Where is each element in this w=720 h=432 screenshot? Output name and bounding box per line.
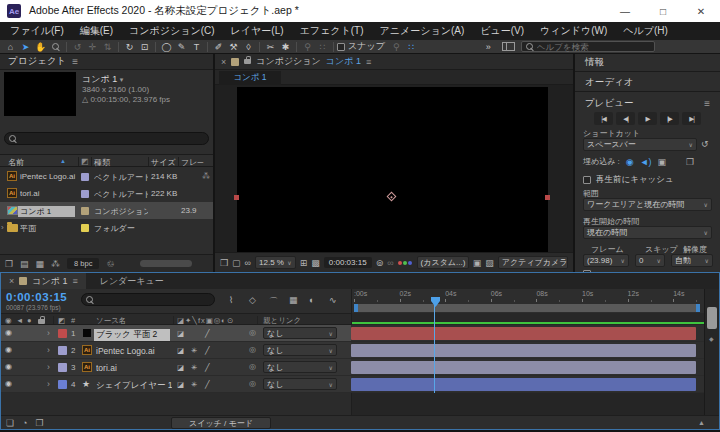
new-folder-icon[interactable]: ▤ xyxy=(20,259,29,269)
cache-before-playback-checkbox[interactable] xyxy=(583,176,591,184)
transparency-grid-icon[interactable]: ▨ xyxy=(485,258,494,268)
timeline-vertical-scrollbar[interactable]: ◆ xyxy=(704,289,719,415)
workspace-switcher-icon[interactable] xyxy=(502,42,515,51)
parent-link-dropdown[interactable]: なし ∨ xyxy=(263,361,337,373)
help-search[interactable] xyxy=(521,41,655,52)
layer-visibility-toggle[interactable]: ◉ xyxy=(5,328,12,337)
close-tab-icon[interactable]: × xyxy=(9,276,14,286)
project-search-input[interactable] xyxy=(20,134,204,144)
layer-source-name[interactable]: ブラック 平面 2 xyxy=(94,329,170,341)
project-item-row[interactable]: コンポ 1 コンポジション 23.9 xyxy=(0,202,213,219)
layer-label-chip[interactable] xyxy=(58,329,67,338)
timeline-zoom-slider-icon[interactable]: ▲ xyxy=(698,419,705,426)
audio-panel-header[interactable]: オーディオ xyxy=(575,74,720,92)
interpret-footage-icon[interactable]: ❐ xyxy=(5,259,13,269)
play-button[interactable]: ▶ xyxy=(638,112,657,125)
parent-pickwhip-icon[interactable]: ◎ xyxy=(249,345,256,354)
layer-visibility-toggle[interactable]: ◉ xyxy=(5,379,12,388)
menu-item[interactable]: レイヤー(L) xyxy=(223,24,292,38)
solo-column-icon[interactable]: ● xyxy=(27,316,32,325)
layer-quality-switch[interactable]: ◪ xyxy=(177,329,184,338)
layer-expander-icon[interactable]: › xyxy=(47,345,50,355)
layer-expander-icon[interactable]: › xyxy=(47,362,50,372)
mask-visibility-icon[interactable]: ▩ xyxy=(311,258,320,268)
current-timecode[interactable]: 0:00:03:15 xyxy=(6,291,67,303)
layer-visibility-toggle[interactable]: ◉ xyxy=(5,345,12,354)
include-video-icon[interactable]: ◉ xyxy=(626,157,634,167)
next-frame-button[interactable]: |▶ xyxy=(660,112,679,125)
caret-down-icon[interactable]: ▾ xyxy=(120,76,124,83)
lock-icon[interactable] xyxy=(244,59,251,64)
item-name[interactable]: tori.ai xyxy=(20,189,77,198)
label-color-chip[interactable] xyxy=(81,190,89,198)
video-column-icon[interactable]: ◉ xyxy=(5,316,12,325)
orbit-camera-tool-icon[interactable]: ↺ xyxy=(70,40,85,53)
active-comp-name[interactable]: コンポ 1 xyxy=(326,55,361,68)
more-tools-chevron-icon[interactable]: » xyxy=(481,40,496,53)
composition-panel-header[interactable]: × コンポジション コンポ 1 ≡ xyxy=(215,54,573,70)
layer-duration-bar[interactable] xyxy=(351,378,696,391)
project-item-row[interactable]: › 平面 フォルダー xyxy=(0,219,213,236)
close-button[interactable]: ✕ xyxy=(682,0,720,22)
preview-panel-header[interactable]: プレビュー ≡ xyxy=(575,94,720,112)
layer-fx-switch[interactable]: ╱ xyxy=(205,346,210,355)
previous-frame-button[interactable]: ◀| xyxy=(616,112,635,125)
pan-camera-tool-icon[interactable]: ✛ xyxy=(85,40,100,53)
panel-menu-icon[interactable]: ≡ xyxy=(366,57,371,67)
range-dropdown[interactable]: ワークエリアと現在の時間∨ xyxy=(583,198,712,211)
column-name[interactable]: 名前 xyxy=(8,157,24,168)
menu-item[interactable]: コンポジション(C) xyxy=(121,24,223,38)
layer-quality-switch[interactable]: ◪ xyxy=(177,363,184,372)
shortcut-dropdown[interactable]: スペースバー∨ xyxy=(583,138,697,151)
layer-duration-bar[interactable] xyxy=(351,361,696,374)
eraser-tool-icon[interactable]: ◊ xyxy=(241,40,256,53)
snap-options-icon[interactable]: ⚲ xyxy=(389,40,404,53)
axis-mode-icon[interactable]: ⚲ xyxy=(300,40,315,53)
info-panel-header[interactable]: 情報 xyxy=(575,54,720,72)
clone-stamp-tool-icon[interactable]: ⚒ xyxy=(226,40,241,53)
snap-grid-icon[interactable]: ∷ xyxy=(404,40,419,53)
graph-editor-icon[interactable]: ∿ xyxy=(329,295,337,305)
expand-time-stretch-icon[interactable]: ❐ xyxy=(36,418,44,428)
layer-fx-switch[interactable]: ╱ xyxy=(205,363,210,372)
dolly-camera-tool-icon[interactable]: ⇅ xyxy=(100,40,115,53)
help-search-input[interactable] xyxy=(537,42,650,52)
camera-view-dropdown[interactable]: アクティブカメラ∨ xyxy=(498,256,568,269)
zoom-tool-icon[interactable] xyxy=(48,40,63,53)
comp-marker-bin-icon[interactable]: ◆ xyxy=(709,335,714,342)
folder-expander-icon[interactable]: › xyxy=(1,223,4,232)
resolution-dropdown[interactable]: 自動∨ xyxy=(671,254,713,267)
rotate-tool-icon[interactable]: ↻ xyxy=(122,40,137,53)
show-channels-icon[interactable] xyxy=(398,258,413,267)
viewer-timecode[interactable]: 0:00:03:15 xyxy=(324,257,372,268)
layer-expander-icon[interactable]: › xyxy=(47,379,50,389)
timeline-layer-row[interactable]: ◉ › 2 Ai iPentec Logo.ai ◪ ✳ ╱ ◎ なし ∨ xyxy=(1,342,704,359)
include-overlays-icon[interactable]: ▣ xyxy=(658,157,667,167)
mini-flowchart-icon[interactable]: ⌇ xyxy=(229,295,233,305)
column-size[interactable]: サイズ xyxy=(151,157,176,168)
parent-pickwhip-icon[interactable]: ◎ xyxy=(249,328,256,337)
expand-transfer-controls-icon[interactable]: ◔ xyxy=(22,418,27,428)
parent-link-dropdown[interactable]: なし ∨ xyxy=(263,327,337,339)
reset-shortcut-icon[interactable]: ↺ xyxy=(701,139,709,149)
puppet-pin-tool-icon[interactable]: ✱ xyxy=(278,40,293,53)
color-management-dropdown[interactable]: (カスタム...)∨ xyxy=(417,256,469,269)
include-audio-icon[interactable]: ◄) xyxy=(640,157,652,167)
region-of-interest-icon[interactable]: ▣ xyxy=(473,258,482,268)
hand-tool-icon[interactable]: ✋ xyxy=(33,40,48,53)
home-tool-icon[interactable]: ⌂ xyxy=(3,40,18,53)
new-composition-icon[interactable]: ▦ xyxy=(36,259,45,269)
parent-pickwhip-icon[interactable]: ◎ xyxy=(249,379,256,388)
trash-icon[interactable]: ♲ xyxy=(106,259,114,269)
render-queue-tab[interactable]: レンダーキュー xyxy=(86,275,178,288)
layer-label-chip[interactable] xyxy=(58,363,67,372)
viewer-tab[interactable]: コンポ 1 xyxy=(219,71,281,85)
layer-visibility-toggle[interactable]: ◉ xyxy=(5,362,12,371)
timeline-search-input[interactable] xyxy=(97,295,210,305)
switches-column-icons[interactable]: ◪✦╲fx▣◎◐⊙ xyxy=(177,316,234,325)
timeline-layer-row[interactable]: ◉ › 4 ★ シェイプレイヤー 1 ◪ ✳ ╱ ◎ なし ∨ xyxy=(1,376,704,393)
snapshot-icon[interactable]: ⊚ xyxy=(376,258,384,268)
brush-tool-icon[interactable]: ✐ xyxy=(211,40,226,53)
layer-source-name[interactable]: iPentec Logo.ai xyxy=(96,346,172,356)
bit-depth-button[interactable]: 8 bpc xyxy=(67,258,99,269)
